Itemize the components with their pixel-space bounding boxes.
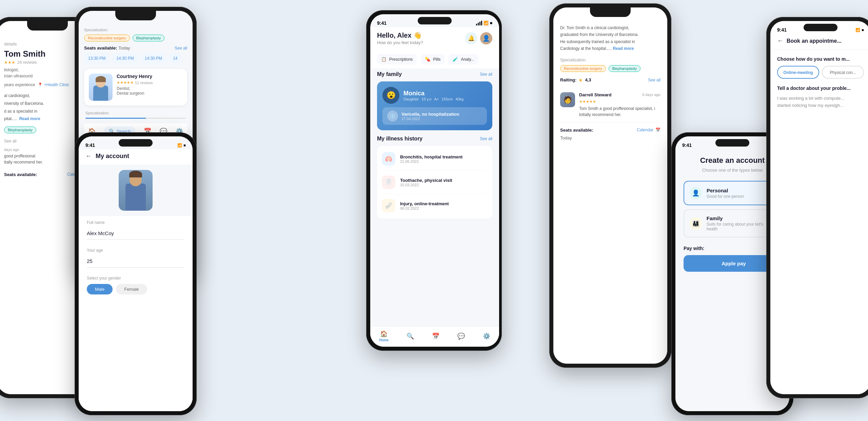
doctor-card[interactable]: Courtney Henry ★★★★★ 11 reviews Dentist,… (84, 69, 187, 106)
home-bottom-nav: 🏠 Home 🔍 📅 💬 ⚙️ (370, 326, 499, 347)
choose-label: Choose how do you want to m... (777, 56, 864, 62)
user-avatar[interactable]: 👤 (480, 32, 492, 44)
time-slot-1[interactable]: 13:30 PM (84, 53, 110, 63)
analy-icon: 🧪 (453, 57, 458, 62)
read-more[interactable]: Read more (19, 116, 40, 121)
reviewer-name: Darrell Steward (579, 92, 611, 97)
time-slot-2[interactable]: 14:30 PM (112, 53, 138, 63)
reviewer-avatar: 🧑 (560, 92, 575, 107)
rx-icon: 📋 (381, 57, 387, 62)
age-label: Your age (87, 248, 184, 253)
doc-name: Courtney Henry (117, 74, 182, 79)
phone7-shell: 9:41 📶 ■ ← Book an appointme... Choose h… (766, 17, 868, 398)
back-icon[interactable]: ← (85, 153, 92, 160)
female-btn[interactable]: Female (116, 284, 147, 294)
doc-spec2: Dental surgeon (117, 91, 182, 96)
doctor-avatar (89, 74, 113, 101)
age-input[interactable] (87, 255, 184, 268)
prescriptions-item[interactable]: 📋 Prescriptions (377, 54, 417, 64)
phone3-notch (418, 17, 452, 24)
bleph-tag-5[interactable]: Blepharoplasty (609, 65, 641, 72)
spec-label-5: Specialization: (560, 58, 660, 62)
nav-msg[interactable]: 💬 (457, 332, 465, 340)
bronchitis-name: Bronchitis, hospital treatment (400, 154, 462, 159)
calendar-5[interactable]: Calendar (637, 128, 653, 132)
notification-bell[interactable]: 🔔 (465, 32, 477, 44)
review-time: 6 days ago (642, 93, 660, 97)
family-see-all[interactable]: See all (480, 72, 492, 77)
phone7-notch (804, 24, 837, 31)
phone4-notch (119, 139, 153, 147)
read-more-5[interactable]: Read more (613, 46, 634, 51)
family-name: Family (707, 215, 775, 221)
reconstructive-tag[interactable]: Reconstructive surgery (84, 35, 130, 41)
p6-time: 9:41 (682, 142, 692, 148)
spec-bar (85, 118, 186, 119)
blepharoplasty-tag2[interactable]: Blepharoplasty (133, 35, 165, 41)
family-section-header: My family See all (377, 71, 492, 77)
book-title: Book an appointme... (787, 38, 842, 44)
monica-age: 15 y.o (421, 97, 431, 101)
varicella-name: Varicella, no hospitalization (401, 112, 459, 117)
review-item: 🧑 Darrell Steward 6 days ago ★★★★★ Tom S… (560, 88, 660, 122)
nav-home-label: Home (379, 338, 389, 342)
analysis-item[interactable]: 🧪 Analy... (449, 54, 478, 64)
nav-cal[interactable]: 📅 (432, 332, 439, 340)
illness-bronchitis[interactable]: 🫁 Bronchitis, hospital treatment 21.06.2… (382, 147, 488, 171)
seats-label: Seats available: (4, 172, 37, 177)
tell-text: I was working a lot with compute... star… (777, 95, 864, 109)
full-name-input[interactable] (87, 227, 184, 240)
toothache-icon: 🦷 (382, 175, 395, 189)
clinic: 📍 +Health Clinic (38, 82, 69, 87)
blepharoplasty-tag[interactable]: Blepharoplasty (4, 127, 36, 133)
male-btn[interactable]: Male (87, 284, 113, 294)
phone4-shell: 9:41 📶 ■ ← My account (75, 132, 197, 415)
phone5-shell: Dr. Tom Smith is a clinical cardiologist… (549, 3, 671, 368)
illness-section-header: My illness history See all (377, 136, 492, 142)
monica-avatar: 😮 (382, 87, 399, 104)
time-slot-4[interactable]: 14 (169, 53, 181, 63)
illness-title: My illness history (377, 136, 422, 142)
online-meeting-label: Online-meeting (783, 70, 813, 75)
physical-con-label: Physical con... (830, 70, 856, 75)
nav-cfg[interactable]: ⚙️ (483, 332, 490, 340)
monica-weight: 40kg (455, 97, 463, 101)
illness-see-all[interactable]: See all (480, 136, 492, 141)
illness-toothache[interactable]: 🦷 Toothache, physical visit 15.03.2022 (382, 171, 488, 194)
illness-injury[interactable]: 🩹 Injury, online-treatment 06.02.2022 (382, 194, 488, 217)
family-desc: Suits for caring about your kid's health (707, 222, 775, 231)
injury-date: 06.02.2022 (400, 206, 449, 210)
review-text: Tom Smith a good proffesional specialist… (579, 106, 660, 118)
rating-see-all[interactable]: See all (648, 78, 660, 82)
varicella-item: ❄️ Varicella, no hospitalization 17.04.2… (382, 107, 487, 125)
phone3-shell: 9:41 📶 ■ (366, 10, 502, 351)
monica-name: Monica (403, 90, 463, 97)
recon-tag-5[interactable]: Reconstructive surgery (560, 65, 606, 72)
gender-label: Select your gender (87, 276, 184, 281)
nav-home-icon[interactable]: 🏠 (380, 330, 388, 338)
monica-height: 155cm (441, 97, 453, 101)
account-title: My account (96, 153, 129, 160)
toothache-date: 15.03.2022 (400, 183, 452, 187)
pills-item[interactable]: 💊 Pills (421, 54, 445, 64)
family-card[interactable]: 😮 Monica Daughter 15 y.o A+ 155cm 40kg (377, 81, 492, 130)
online-meeting-btn[interactable]: Online-meeting (777, 66, 819, 79)
reviews: 24 reviews (17, 60, 37, 65)
profile-photo[interactable] (119, 170, 153, 211)
personal-name: Personal (707, 188, 744, 193)
physical-con-btn[interactable]: Physical con... (822, 66, 864, 79)
injury-icon: 🩹 (382, 199, 395, 212)
subtitle: How do you feel today? (377, 40, 423, 45)
back-btn-7[interactable]: ← (777, 37, 783, 44)
p7-time: 9:41 (777, 27, 787, 33)
time-slot-3[interactable]: 14:30 PM (141, 53, 166, 63)
see-all-2[interactable]: See all (175, 46, 187, 51)
family-title: My family (377, 71, 402, 77)
experience: years experience (4, 82, 35, 87)
today-5: Today (560, 135, 660, 140)
personal-icon: 👤 (690, 187, 702, 199)
star-icon: ★ (578, 77, 583, 83)
bronchitis-icon: 🫁 (382, 152, 395, 166)
nav-search[interactable]: 🔍 (407, 332, 414, 340)
bronchitis-date: 21.06.2022 (400, 159, 462, 164)
